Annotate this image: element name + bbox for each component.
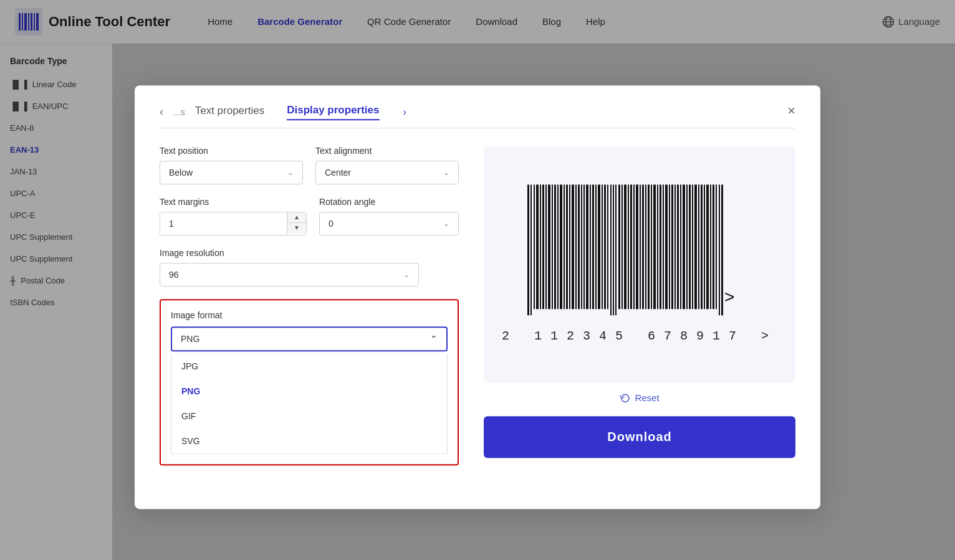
svg-rect-41	[610, 184, 612, 315]
svg-rect-26	[566, 184, 568, 309]
svg-rect-38	[602, 184, 603, 309]
reset-button[interactable]: Reset	[620, 392, 659, 404]
svg-rect-50	[636, 184, 638, 309]
tab-display-properties[interactable]: Display properties	[287, 104, 379, 120]
svg-rect-63	[674, 184, 676, 309]
reset-icon	[620, 392, 631, 404]
svg-rect-65	[680, 184, 681, 309]
chevron-down-icon-2: ⌄	[443, 168, 449, 177]
text-margins-label: Text margins	[160, 197, 307, 207]
form-row-resolution: Image resolution 96 ⌄	[160, 248, 459, 287]
format-option-jpg[interactable]: JPG	[171, 354, 447, 379]
image-format-value: PNG	[181, 334, 199, 344]
svg-rect-36	[595, 184, 597, 309]
svg-rect-55	[651, 184, 652, 309]
svg-rect-52	[642, 184, 644, 309]
svg-rect-75	[710, 184, 711, 309]
format-option-gif[interactable]: GIF	[171, 404, 447, 429]
format-option-svg[interactable]: SVG	[171, 429, 447, 453]
tab-text-properties[interactable]: Text properties	[195, 105, 265, 120]
svg-rect-62	[671, 184, 673, 309]
format-option-png[interactable]: PNG	[171, 379, 447, 404]
tab-prev-arrow[interactable]: ‹	[160, 105, 163, 118]
chevron-down-icon: ⌄	[287, 168, 294, 177]
text-alignment-label: Text alignment	[315, 146, 459, 156]
modal-display-properties: ‹ ...s Text properties Display propertie…	[135, 85, 820, 509]
svg-rect-29	[575, 184, 577, 309]
image-resolution-label: Image resolution	[160, 248, 459, 258]
svg-rect-23	[557, 184, 559, 309]
svg-rect-32	[583, 184, 585, 309]
svg-rect-22	[554, 184, 556, 309]
svg-rect-40	[607, 184, 608, 309]
tab-ellipsis: ...s	[173, 107, 185, 117]
rotation-angle-label: Rotation angle	[319, 197, 459, 207]
image-format-select[interactable]: PNG ⌃	[171, 326, 448, 351]
svg-rect-60	[665, 184, 668, 309]
svg-rect-48	[630, 184, 632, 309]
svg-rect-67	[686, 184, 688, 309]
svg-rect-51	[640, 184, 641, 309]
image-format-section: Image format PNG ⌃ JPG PNG GIF SVG	[160, 299, 459, 465]
stepper-up-button[interactable]: ▲	[287, 212, 306, 223]
svg-rect-30	[578, 184, 580, 309]
svg-rect-66	[683, 184, 685, 309]
svg-rect-46	[624, 184, 626, 309]
text-margins-stepper: ▲ ▼	[160, 212, 307, 235]
svg-rect-15	[534, 184, 535, 309]
svg-rect-19	[545, 184, 547, 309]
svg-rect-31	[581, 184, 582, 309]
text-position-select[interactable]: Below ⌄	[160, 161, 303, 184]
svg-rect-45	[621, 184, 623, 309]
form-group-text-margins: Text margins ▲ ▼	[160, 197, 307, 235]
svg-rect-61	[669, 184, 670, 309]
svg-rect-79	[721, 184, 723, 315]
modal-right-panel: > 2 112345 678917 > Reset Download	[484, 146, 795, 465]
svg-rect-59	[663, 184, 664, 309]
text-alignment-select[interactable]: Center ⌄	[315, 161, 459, 184]
barcode-preview: > 2 112345 678917 >	[484, 146, 795, 382]
svg-rect-77	[716, 184, 717, 309]
modal-close-button[interactable]: ×	[787, 104, 795, 118]
form-group-text-position: Text position Below ⌄	[160, 146, 303, 184]
svg-rect-27	[569, 184, 570, 309]
svg-rect-68	[689, 184, 691, 309]
image-resolution-value: 96	[169, 270, 179, 280]
svg-rect-16	[536, 184, 539, 309]
rotation-angle-value: 0	[329, 219, 334, 229]
svg-rect-43	[615, 184, 617, 315]
svg-rect-35	[592, 184, 594, 309]
svg-rect-74	[706, 184, 709, 309]
format-dropdown: JPG PNG GIF SVG	[171, 354, 448, 454]
image-format-label: Image format	[171, 310, 448, 320]
reset-label: Reset	[635, 392, 659, 403]
rotation-angle-select[interactable]: 0 ⌄	[319, 212, 459, 235]
svg-rect-14	[530, 184, 532, 315]
svg-rect-28	[572, 184, 574, 309]
tab-next-arrow[interactable]: ›	[403, 107, 406, 118]
svg-rect-57	[657, 184, 658, 309]
form-row-margins-rotation: Text margins ▲ ▼ Rotation angle 0 ⌄	[160, 197, 459, 235]
form-group-image-resolution: Image resolution 96 ⌄	[160, 248, 459, 287]
text-position-label: Text position	[160, 146, 303, 156]
chevron-down-icon-3: ⌄	[443, 219, 449, 228]
svg-rect-78	[719, 184, 720, 315]
chevron-up-icon: ⌃	[430, 334, 438, 344]
stepper-down-button[interactable]: ▼	[287, 223, 306, 233]
text-margins-input[interactable]	[160, 212, 287, 235]
download-button[interactable]: Download	[484, 416, 795, 458]
svg-rect-24	[560, 184, 562, 309]
image-resolution-select[interactable]: 96 ⌄	[160, 263, 419, 287]
svg-rect-13	[527, 184, 529, 315]
svg-rect-33	[586, 184, 588, 309]
svg-rect-71	[698, 184, 699, 309]
svg-rect-69	[692, 184, 693, 309]
text-alignment-value: Center	[325, 168, 351, 178]
barcode-number: 2 112345 678917 >	[502, 329, 777, 343]
svg-rect-64	[677, 184, 679, 309]
modal-body: Text position Below ⌄ Text alignment Cen…	[160, 146, 795, 465]
svg-rect-37	[598, 184, 600, 309]
svg-rect-53	[645, 184, 646, 309]
svg-rect-42	[613, 184, 614, 315]
modal-left-panel: Text position Below ⌄ Text alignment Cen…	[160, 146, 459, 465]
